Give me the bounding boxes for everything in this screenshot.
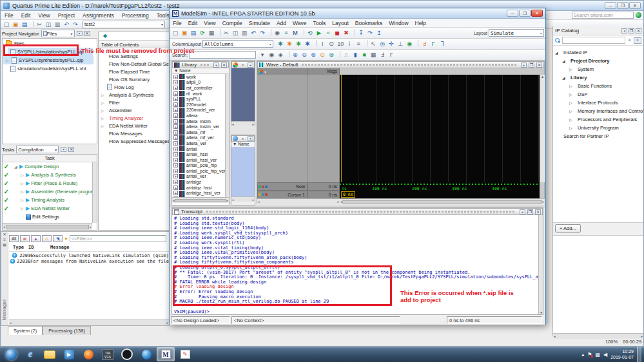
expand-plus-icon[interactable] [173,158,178,162]
separator[interactable] [313,40,317,46]
file-row-syspll-qip[interactable]: ▷ SYSPLL/synthesis/sysPLL.qip [3,56,93,64]
library-close-icon[interactable]: ✕ [221,62,227,68]
task-row[interactable]: Edit Settings [3,213,97,221]
project-selector-combo[interactable]: test2▾ [83,21,165,28]
expand-plus-icon[interactable] [173,119,178,124]
reload-icon[interactable]: ⟳ [198,29,207,37]
task-row[interactable]: ◢ Compile Design [3,162,97,171]
ip-expand-icon[interactable]: ▷ [569,92,574,97]
expand-plus-icon[interactable] [173,113,178,118]
print-icon[interactable]: ▦ [207,29,216,37]
zoom-range-icon[interactable]: ⊚ [327,51,336,59]
expand-arrow-icon[interactable]: ▷ [6,58,10,62]
filter-all-button[interactable]: All [9,235,19,242]
library-item[interactable]: arriaii_pcie_hip_ver [172,168,229,174]
task-row[interactable]: ▷ EDA Netlist Writer [3,204,97,213]
expand-plus-icon[interactable] [173,135,178,140]
break-icon[interactable]: ◼ [333,29,342,37]
navigator-pin-icon[interactable]: ▪ [77,31,83,36]
separator[interactable] [337,51,340,57]
task-expand-icon[interactable]: ▷ [21,198,24,202]
expand-plus-icon[interactable] [173,174,178,178]
cut-icon[interactable]: ✂ [222,29,231,37]
tasks-pin-icon[interactable]: ▪ [61,147,66,152]
library-item[interactable]: altera [172,113,229,119]
toc-item[interactable]: Flow Messages [99,129,169,137]
zoom-cursor-icon[interactable]: ⊙ [318,51,327,59]
add-wave-icon[interactable]: Ⅎ [420,40,429,48]
quartus-menu-item[interactable]: View [34,12,54,19]
layout-combo[interactable]: Simulate▾ [489,29,544,37]
wave-edge-next-icon[interactable]: Ⅎ [378,51,387,59]
expand-plus-icon[interactable] [173,130,178,135]
undo-icon[interactable]: ↶ [249,29,258,37]
message-filter-input[interactable]: <<Filter>> [70,235,166,242]
paste-icon[interactable]: ▥ [240,29,249,37]
sim-hscrollbar[interactable]: ◂▸ [231,121,255,126]
library-column-header[interactable]: ▼ Name [172,68,229,74]
ip-tree-item[interactable]: ◢ Installed IP [553,48,643,57]
toc-item[interactable]: Flow OS Summary [99,75,169,83]
filter-errors-button[interactable]: ⊗ [20,235,30,242]
clear-search-icon[interactable]: ✕ [627,37,632,43]
columnlayout-combo[interactable]: AllColumns▾ [202,40,273,48]
task-row[interactable]: ▷ Analysis & Synthesis [3,171,97,179]
ie-icon[interactable]: e [21,347,39,361]
library-item[interactable]: arriaii_pcie_hip [172,163,229,169]
separator[interactable] [217,29,220,35]
ip-expand-icon[interactable]: ▷ [569,100,574,105]
pan-mode-icon[interactable]: ✛ [387,40,396,48]
cursor-time-badge[interactable]: 0 ns [341,191,355,198]
toc-item[interactable]: Flow Non-Default Global Settings [99,60,169,68]
modelsim-menu-item[interactable]: Add [273,19,289,27]
save-icon[interactable]: ▤ [20,21,29,28]
new-file-icon[interactable]: ▢ [2,21,11,28]
separator[interactable] [268,29,271,35]
collapse-icon[interactable]: ≡ [282,29,291,37]
ip-tree-item[interactable]: ▷ Memory Interfaces and Controllers [553,107,643,115]
step-over-icon[interactable]: ↷ [366,29,375,37]
media-player-icon[interactable]: ▶ [60,347,78,361]
expand-plus-icon[interactable] [173,86,178,90]
close-button[interactable]: ✕ [629,2,641,9]
cursor-lock-icon[interactable] [259,193,261,196]
tab-processing[interactable]: Processing (138) [43,326,91,335]
search-regexp-icon[interactable]: ◈ [276,51,285,59]
sim-dock-icon[interactable]: + [248,62,253,68]
filter-critical-button[interactable]: ▲ [31,235,41,242]
separator[interactable] [301,29,304,35]
expand-plus-icon[interactable] [173,191,178,195]
wave-close-icon[interactable]: ✕ [536,62,542,68]
messages-hscrollbar[interactable]: ◂▸ [9,319,169,325]
ip-tree-item[interactable]: ◢ Project Directory [553,57,643,65]
insert-gap-icon[interactable]: Γ [429,40,438,48]
ip-expand-icon[interactable]: ▷ [569,126,574,130]
modelsim-taskbar-icon[interactable]: M [157,347,175,361]
expand-plus-icon[interactable] [173,169,178,173]
zoom-in-icon[interactable]: ⊕ [291,51,300,59]
objects-body[interactable] [231,148,255,196]
edit-mode-icon[interactable]: ⊥ [396,40,405,48]
quartus-menu-item[interactable]: Assignments [79,12,118,19]
expand-plus-icon[interactable] [173,124,178,129]
separator[interactable] [415,40,418,46]
library-item[interactable]: altera_mf [172,129,229,135]
library-hscrollbar[interactable]: ◂▸ [172,197,229,203]
zoom-full-icon[interactable]: ⊛ [309,51,318,59]
library-item[interactable]: altera_lnsim [172,119,229,124]
wave-msgs-header[interactable]: Msgs [307,68,340,75]
copy-icon[interactable]: ◫ [231,29,240,37]
task-expand-icon[interactable]: ▷ [21,189,24,194]
library-vscrollbar[interactable] [225,74,229,197]
modelsim-menu-item[interactable]: File [170,19,185,27]
tab-system[interactable]: System (2) [8,326,43,335]
library-item[interactable]: arriaigz_pcie_hip [172,196,229,197]
expand-plus-icon[interactable] [173,163,178,167]
ip-catalog-float-icon[interactable]: ❐ [629,28,634,33]
wave-dock-icon[interactable]: + [521,62,527,68]
zoom-out-icon[interactable]: ⊖ [300,51,309,59]
library-item[interactable]: arriaigz_hssi [172,185,229,191]
toc-item[interactable]: ▷ Fitter [99,99,169,106]
expand-plus-icon[interactable] [173,147,178,151]
expand-plus-icon[interactable] [173,91,178,96]
